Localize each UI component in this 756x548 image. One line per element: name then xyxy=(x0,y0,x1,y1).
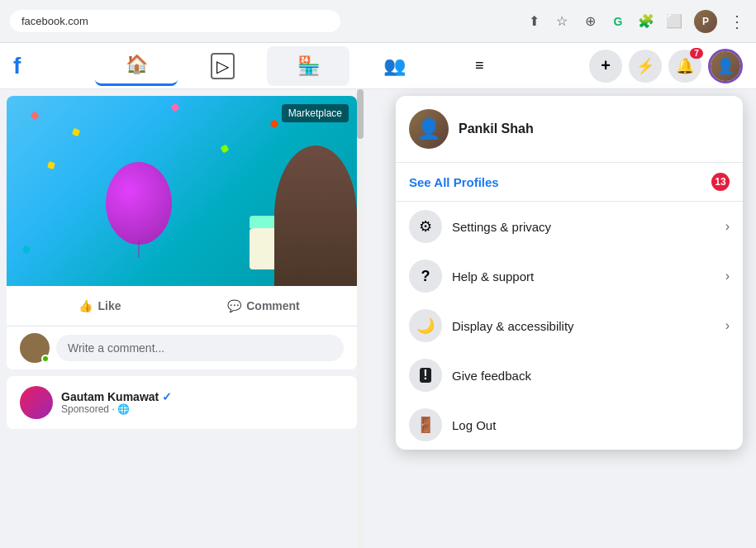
nav-watch[interactable]: ▷ xyxy=(181,46,264,86)
menu-icon: ≡ xyxy=(475,57,486,74)
see-all-profiles-button[interactable]: See All Profiles 13 xyxy=(396,163,743,202)
feedback-label: Give feedback xyxy=(452,369,730,383)
display-label: Display & accessibility xyxy=(452,319,716,333)
profile-button[interactable]: 👤 xyxy=(708,49,743,83)
display-accessibility-item[interactable]: 🌙 Display & accessibility › xyxy=(396,301,743,350)
moon-icon: 🌙 xyxy=(416,317,435,335)
marketplace-icon: 🏪 xyxy=(297,55,320,77)
link-icon[interactable]: ⊕ xyxy=(582,13,598,30)
share-icon[interactable]: ⬆ xyxy=(525,13,542,30)
profile-avatar: 👤 xyxy=(711,51,740,81)
help-support-item[interactable]: ? Help & support › xyxy=(396,251,743,301)
dropdown-profile-avatar: 👤 xyxy=(409,109,449,149)
help-icon: ? xyxy=(421,268,430,285)
display-chevron-icon: › xyxy=(725,318,730,333)
settings-icon: ⚙ xyxy=(419,217,432,236)
help-chevron-icon: › xyxy=(725,269,730,284)
dropdown-menu: 👤 Pankil Shah See All Profiles 13 ⚙ Sett… xyxy=(396,96,743,450)
nav-home[interactable]: 🏠 xyxy=(95,46,178,86)
plus-button[interactable]: + xyxy=(589,50,622,83)
nav-marketplace[interactable]: 🏪 xyxy=(267,46,349,86)
browser-menu-icon[interactable]: ⋮ xyxy=(729,12,746,31)
logout-icon: 🚪 xyxy=(416,416,435,434)
watch-icon: ▷ xyxy=(211,53,235,79)
settings-label: Settings & privacy xyxy=(452,220,716,234)
facebook-logo: f xyxy=(13,53,21,79)
settings-chevron-icon: › xyxy=(725,219,730,234)
settings-icon-circle: ⚙ xyxy=(409,210,442,243)
display-icon-circle: 🌙 xyxy=(409,309,442,342)
browser-chrome: facebook.com ⬆ ☆ ⊕ G 🧩 ⬜ P ⋮ xyxy=(0,0,756,43)
address-bar[interactable]: facebook.com xyxy=(10,10,340,32)
give-feedback-item[interactable]: ! Give feedback xyxy=(396,350,743,400)
help-label: Help & support xyxy=(452,269,716,284)
profile-section: 👤 Pankil Shah xyxy=(396,96,743,163)
star-icon[interactable]: ☆ xyxy=(554,13,570,30)
logout-icon-circle: 🚪 xyxy=(409,408,442,441)
help-icon-circle: ? xyxy=(409,260,442,293)
grammarly-icon[interactable]: G xyxy=(610,13,626,30)
dropdown-profile-name: Pankil Shah xyxy=(459,122,534,136)
url-text: facebook.com xyxy=(21,15,88,27)
nav-menu[interactable]: ≡ xyxy=(439,46,521,86)
bell-icon: 🔔 xyxy=(676,57,694,75)
facebook-nav: 🏠 ▷ 🏪 👥 ≡ xyxy=(27,46,589,86)
messenger-button[interactable]: ⚡ xyxy=(629,50,662,83)
notifications-button[interactable]: 🔔 7 xyxy=(668,50,701,83)
notification-badge: 7 xyxy=(690,48,703,59)
see-all-profiles-label: See All Profiles xyxy=(409,175,499,189)
feedback-icon-circle: ! xyxy=(409,359,442,392)
facebook-header: f 🏠 ▷ 🏪 👥 ≡ + ⚡ 🔔 7 xyxy=(0,43,756,89)
home-icon: 🏠 xyxy=(126,54,148,75)
puzzle-icon[interactable]: 🧩 xyxy=(638,13,654,30)
dropdown-overlay: 👤 Pankil Shah See All Profiles 13 ⚙ Sett… xyxy=(0,89,756,548)
logout-label: Log Out xyxy=(452,418,730,432)
browser-profile-avatar[interactable]: P xyxy=(694,10,717,33)
settings-privacy-item[interactable]: ⚙ Settings & privacy › xyxy=(396,202,743,251)
profiles-count-badge: 13 xyxy=(711,173,730,191)
groups-icon: 👥 xyxy=(383,55,406,77)
plus-icon: + xyxy=(601,56,611,75)
main-content: Marketplace 👍 Like 💬 Comment W xyxy=(0,89,756,548)
facebook-actions: + ⚡ 🔔 7 👤 xyxy=(589,49,743,83)
browser-icons: ⬆ ☆ ⊕ G 🧩 ⬜ P ⋮ xyxy=(525,10,746,33)
logout-item[interactable]: 🚪 Log Out xyxy=(396,400,743,450)
window-icon[interactable]: ⬜ xyxy=(666,13,682,30)
messenger-icon: ⚡ xyxy=(636,57,654,75)
nav-groups[interactable]: 👥 xyxy=(353,46,435,86)
feedback-icon: ! xyxy=(420,368,430,383)
